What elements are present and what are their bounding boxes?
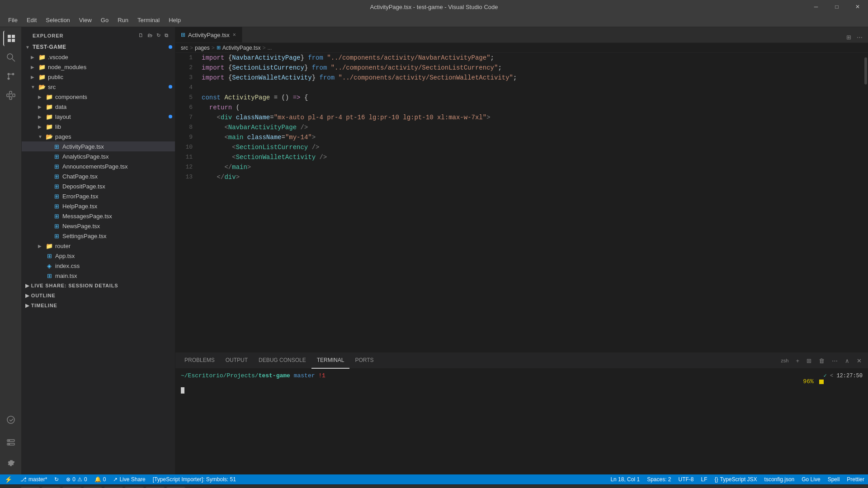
menu-selection[interactable]: Selection	[42, 15, 73, 25]
tab-output[interactable]: OUTPUT	[220, 353, 253, 369]
taskbar-camera[interactable]	[42, 487, 61, 488]
chevron-icon: ▼	[25, 45, 33, 50]
menu-go[interactable]: Go	[97, 15, 112, 25]
tree-item-error-page[interactable]: ▶ ⊞ ErrorPage.tsx	[22, 191, 175, 201]
go-live-status[interactable]: Go Live	[798, 474, 824, 484]
scrollbar-thumb[interactable]	[864, 57, 867, 84]
prettier-status[interactable]: Prettier	[843, 474, 868, 484]
tree-item-announcements-page[interactable]: ▶ ⊞ AnnouncementsPage.tsx	[22, 161, 175, 171]
code-editor[interactable]: 1 2 3 4 5 6 7 8 9 10 11 12 13 import {Na…	[175, 53, 868, 352]
live-share-label: Live Share	[119, 476, 145, 483]
tab-activity-page[interactable]: ⊞ ActivityPage.tsx ×	[175, 27, 242, 42]
tree-item-router[interactable]: ▶ 📁 router	[22, 241, 175, 251]
tree-item-news-page[interactable]: ▶ ⊞ NewsPage.tsx	[22, 221, 175, 231]
code-line-7: <div className="mx-auto pl-4 pr-4 pt-16 …	[202, 113, 863, 122]
maximize-terminal-button[interactable]: ∧	[842, 356, 852, 366]
liveshare-icon[interactable]	[3, 412, 19, 427]
encoding-status[interactable]: UTF-8	[675, 474, 698, 484]
source-control-icon[interactable]	[3, 69, 19, 84]
tree-item-help-page[interactable]: ▶ ⊞ HelpPage.tsx	[22, 201, 175, 211]
editor-scrollbar[interactable]	[863, 53, 868, 352]
tree-root[interactable]: ▼ TEST-GAME	[22, 42, 175, 52]
taskbar-brave[interactable]: 🦁	[166, 487, 185, 488]
extensions-icon[interactable]	[3, 88, 19, 103]
menu-run[interactable]: Run	[114, 15, 132, 25]
split-terminal-button[interactable]: ⊞	[804, 356, 814, 366]
taskbar-terminal[interactable]	[104, 487, 123, 488]
ts-importer-status[interactable]: [TypeScript Importer]: Symbols: 51	[149, 474, 240, 484]
trash-button[interactable]: 🗑	[816, 356, 827, 366]
breadcrumb-file[interactable]: ⊞ActivityPage.tsx	[217, 45, 261, 51]
tree-item-deposit-page[interactable]: ▶ ⊞ DepositPage.tsx	[22, 181, 175, 191]
tsconfig-status[interactable]: tsconfig.json	[761, 474, 798, 484]
taskbar-code[interactable]	[146, 487, 165, 488]
split-editor-button[interactable]: ⊞	[844, 32, 853, 42]
collapse-button[interactable]: ⧉	[164, 32, 170, 39]
line-num-6: 6	[175, 103, 193, 113]
search-activity-icon[interactable]	[3, 50, 19, 65]
menu-help[interactable]: Help	[165, 15, 184, 25]
explorer-icon[interactable]	[3, 31, 19, 46]
more-terminal-button[interactable]: ⋯	[829, 356, 840, 366]
taskbar-image[interactable]	[62, 487, 81, 488]
taskbar-folder[interactable]: 📁	[83, 487, 102, 488]
tab-problems[interactable]: PROBLEMS	[179, 353, 220, 369]
menu-edit[interactable]: Edit	[23, 15, 40, 25]
refresh-button[interactable]: ↻	[156, 32, 162, 39]
tree-item-pages[interactable]: ▼ 📂 pages	[22, 131, 175, 141]
tree-item-node-modules[interactable]: ▶ 📁 node_modules	[22, 62, 175, 72]
new-folder-button[interactable]: 🗁	[146, 32, 154, 39]
breadcrumb-pages[interactable]: pages	[195, 45, 210, 51]
new-terminal-button[interactable]: +	[793, 356, 802, 366]
spell-status[interactable]: Spell	[824, 474, 844, 484]
spaces-status[interactable]: Spaces: 2	[643, 474, 675, 484]
tree-item-public[interactable]: ▶ 📁 public	[22, 72, 175, 82]
tab-close-button[interactable]: ×	[232, 31, 236, 38]
sync-status[interactable]: ↻	[51, 474, 62, 484]
outline-section[interactable]: ▶ OUTLINE	[22, 291, 175, 300]
settings-icon[interactable]	[3, 455, 19, 471]
tab-debug-console[interactable]: DEBUG CONSOLE	[253, 353, 311, 369]
maximize-button[interactable]: □	[826, 0, 847, 14]
tree-item-settings-page[interactable]: ▶ ⊞ SettingsPage.tsx	[22, 231, 175, 241]
terminal-body[interactable]: ~/Escritorio/Projects/test-game master !…	[175, 369, 868, 474]
tab-terminal[interactable]: TERMINAL	[311, 353, 350, 369]
breadcrumb-src[interactable]: src	[181, 45, 188, 51]
notification-status[interactable]: 🔔 0	[91, 474, 110, 484]
tree-item-components[interactable]: ▶ 📁 components	[22, 92, 175, 102]
line-ending-status[interactable]: LF	[698, 474, 711, 484]
tab-ports[interactable]: PORTS	[349, 353, 379, 369]
tree-item-chat-page[interactable]: ▶ ⊞ ChatPage.tsx	[22, 171, 175, 181]
close-button[interactable]: ✕	[847, 0, 868, 14]
item-label: pages	[55, 133, 71, 140]
menu-view[interactable]: View	[75, 15, 95, 25]
position-status[interactable]: Ln 18, Col 1	[607, 474, 643, 484]
tree-item-layout[interactable]: ▶ 📁 layout	[22, 112, 175, 122]
menu-file[interactable]: File	[5, 15, 21, 25]
tree-item-messages-page[interactable]: ▶ ⊞ MessagesPage.tsx	[22, 211, 175, 221]
taskbar-files[interactable]	[21, 487, 40, 488]
tree-item-analytics-page[interactable]: ▶ ⊞ AnalyticsPage.tsx	[22, 151, 175, 161]
taskbar-browser[interactable]: 🌐	[125, 487, 144, 488]
tree-item-main[interactable]: ▶ ⊞ main.tsx	[22, 271, 175, 281]
more-actions-button[interactable]: ⋯	[855, 32, 864, 42]
minimize-button[interactable]: ─	[806, 0, 826, 14]
branch-status[interactable]: ⎇ master*	[17, 474, 51, 484]
errors-status[interactable]: ⊗ 0 ⚠ 0	[62, 474, 90, 484]
remote-button[interactable]: ⚡	[0, 474, 17, 484]
tree-item-app[interactable]: ▶ ⊞ App.tsx	[22, 251, 175, 261]
live-share-status[interactable]: ↗ Live Share	[109, 474, 149, 484]
tree-item-activity-page[interactable]: ▶ ⊞ ActivityPage.tsx	[22, 141, 175, 151]
timeline-section[interactable]: ▶ TIMELINE	[22, 300, 175, 310]
menu-terminal[interactable]: Terminal	[134, 15, 163, 25]
remote-explorer-icon[interactable]	[3, 435, 19, 450]
tree-item-vscode[interactable]: ▶ 📁 .vscode	[22, 52, 175, 62]
new-file-button[interactable]: 🗋	[137, 32, 145, 39]
tree-item-data[interactable]: ▶ 📁 data	[22, 102, 175, 112]
tree-item-index-css[interactable]: ▶ ◈ index.css	[22, 261, 175, 271]
tree-item-lib[interactable]: ▶ 📁 lib	[22, 122, 175, 131]
language-mode-status[interactable]: {} TypeScript JSX	[711, 474, 761, 484]
close-terminal-button[interactable]: ✕	[854, 356, 864, 366]
tree-item-src[interactable]: ▼ 📂 src	[22, 82, 175, 92]
live-share-section[interactable]: ▶ LIVE SHARE: SESSION DETAILS	[22, 281, 175, 291]
